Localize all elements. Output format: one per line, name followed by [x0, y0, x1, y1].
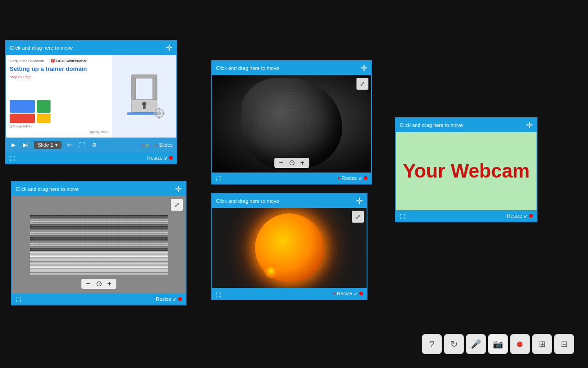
webcam-text: Your Webcam — [403, 160, 530, 183]
slides-resize-handle[interactable]: Resize ↙ — [147, 155, 173, 161]
elephant-resize-area[interactable]: ● Resize ↙ — [338, 175, 368, 181]
static-panel-content: ⤢ − ⊙ + — [12, 196, 186, 293]
sun-panel-header[interactable]: Click and drag here to move ✛ — [212, 194, 367, 208]
elephant-footer-icon: ⬚ — [216, 175, 221, 182]
static-panel-drag-label: Click and drag here to move — [16, 186, 79, 192]
mic-icon: 🎤 — [471, 339, 481, 349]
slide-pen-btn[interactable]: ✏ — [65, 141, 74, 149]
badge-trainer — [37, 100, 51, 113]
slide-subtitle: Step by Step — [10, 75, 108, 79]
slides-panel-drag-label: Click and drag here to move — [10, 45, 73, 51]
static-panel-footer: ⬚ Resize ↙ — [12, 293, 186, 305]
sun-resize-area[interactable]: ● Resize ↙ — [333, 291, 363, 297]
static-panel-move-icon: ✛ — [175, 184, 182, 194]
slide-svg-illustration — [117, 66, 172, 126]
static-resize-area[interactable]: Resize ↙ — [156, 296, 182, 302]
webcam-resize-area[interactable]: Resize ↙ — [507, 213, 533, 219]
sun-bg — [212, 208, 367, 288]
slides-panel-header[interactable]: Click and drag here to move ✛ — [6, 41, 176, 55]
slide-indicator[interactable]: Slide 1 ▾ — [34, 141, 62, 149]
elephant-resize-label: Resize ↙ — [341, 175, 362, 181]
slides-panel-footer: ⬚ Resize ↙ — [6, 152, 176, 163]
refresh-icon: ↻ — [450, 339, 458, 350]
static-panel[interactable]: Click and drag here to move ✛ ⤢ − ⊙ + ⬚ … — [11, 181, 187, 305]
slide-forward-btn[interactable]: ▶| — [21, 141, 30, 149]
sun-panel-content: ⤢ — [212, 208, 367, 288]
static-panel-header[interactable]: Click and drag here to move ✛ — [12, 182, 186, 196]
webcam-resize-label: Resize ↙ — [507, 213, 528, 219]
video-off-icon: 📷 — [493, 339, 503, 349]
svg-rect-0 — [131, 75, 157, 78]
slide-settings-btn[interactable]: ⚙ — [90, 141, 99, 149]
google-for-edu-label: Google for Education — [10, 59, 44, 63]
help-button[interactable]: ? — [422, 334, 442, 354]
sun-image-container: ⤢ — [212, 208, 367, 288]
badge-row-2 — [10, 114, 108, 123]
sun-panel-move-icon: ✛ — [356, 196, 363, 206]
static-zoom-out-btn[interactable]: − — [84, 280, 92, 288]
elephant-panel-move-icon: ✛ — [361, 63, 368, 73]
elephant-image-container: ⤢ − ⊙ + — [212, 75, 371, 172]
sun-panel[interactable]: Click and drag here to move ✛ ⤢ ⬚ ● Resi… — [211, 193, 368, 300]
slides-resize-label: Resize ↙ — [147, 155, 168, 161]
svg-point-8 — [157, 111, 161, 115]
elephant-zoom-out-btn[interactable]: − — [277, 159, 285, 167]
webcam-bg: Your Webcam — [396, 132, 537, 210]
sun-resize-label: Resize ↙ — [337, 291, 358, 297]
slide-fullscreen-btn[interactable]: ⛶ — [77, 141, 86, 149]
elephant-panel[interactable]: Click and drag here to move ✛ ⤢ − ⊙ + ⬚ … — [211, 60, 372, 184]
add-panel-icon: ⊞ — [539, 339, 546, 349]
elephant-panel-footer: ⬚ ● Resize ↙ — [212, 172, 371, 184]
elephant-zoom-in-btn[interactable]: + — [299, 159, 306, 167]
webcam-panel[interactable]: Click and drag here to move ✛ Your Webca… — [395, 117, 537, 222]
elephant-texture2 — [241, 78, 342, 170]
sun-panel-footer: ⬚ ● Resize ↙ — [212, 288, 367, 299]
badge-educator — [10, 114, 35, 123]
slide-app-logo: Google Slides — [137, 142, 173, 148]
elephant-nose-shape — [241, 78, 342, 170]
slide-dropdown-arrow: ▾ — [55, 142, 58, 148]
sun-footer-icon: ⬚ — [216, 290, 221, 297]
badge-row-1 — [10, 100, 108, 113]
slide-hashtag: #googleedu — [10, 130, 108, 134]
webcam-panel-drag-label: Click and drag here to move — [400, 122, 463, 128]
bottom-toolbar: ? ↻ 🎤 📷 ⏺ ⊞ ⊟ — [422, 334, 574, 354]
badge-google-associate — [10, 100, 35, 113]
slide-left-area: Google for Education 🇨🇭 GEG Switzerland … — [6, 55, 112, 138]
slides-panel-move-icon: ✛ — [166, 43, 173, 53]
slides-red-dot — [169, 156, 173, 160]
app-name-label: Slides — [159, 142, 173, 148]
slides-panel[interactable]: Click and drag here to move ✛ Google for… — [5, 40, 177, 164]
sun-expand-btn[interactable]: ⤢ — [352, 211, 364, 223]
add-panel-button[interactable]: ⊞ — [532, 334, 552, 354]
svg-rect-1 — [131, 78, 136, 99]
webcam-footer-icon: ⬚ — [400, 213, 405, 219]
sun-circle — [255, 213, 324, 282]
webcam-panel-move-icon: ✛ — [526, 120, 533, 130]
static-footer-icon: ⬚ — [16, 296, 21, 303]
static-red-dot — [178, 297, 182, 301]
refresh-button[interactable]: ↻ — [444, 334, 464, 354]
static-expand-btn[interactable]: ⤢ — [171, 199, 183, 211]
slide-toolbar: ▶ ▶| Slide 1 ▾ ✏ ⛶ ⚙ Google Slides — [6, 138, 176, 152]
svg-rect-5 — [143, 105, 146, 109]
slide-play-btn[interactable]: ▶ — [10, 141, 17, 149]
settings-button[interactable]: ⊟ — [554, 334, 574, 354]
webcam-panel-header[interactable]: Click and drag here to move ✛ — [396, 118, 537, 132]
sun-red-dot-left: ● — [333, 291, 335, 296]
webcam-panel-content: Your Webcam — [396, 132, 537, 210]
elephant-panel-header[interactable]: Click and drag here to move ✛ — [212, 61, 371, 75]
mic-button[interactable]: 🎤 — [466, 334, 486, 354]
static-zoom-fit-btn[interactable]: ⊙ — [94, 280, 104, 288]
slide-preview: Google for Education 🇨🇭 GEG Switzerland … — [6, 55, 176, 138]
elephant-zoom-controls: − ⊙ + — [274, 158, 309, 168]
elephant-zoom-fit-btn[interactable]: ⊙ — [287, 159, 297, 167]
settings-icon: ⊟ — [561, 339, 568, 349]
slide-social-handle: @GoogleInEdu — [10, 125, 108, 128]
slide-indicator-label: Slide 1 — [38, 142, 53, 148]
elephant-expand-btn[interactable]: ⤢ — [356, 78, 368, 90]
elephant-red-dot-left: ● — [338, 176, 340, 180]
static-zoom-in-btn[interactable]: + — [106, 280, 113, 288]
video-off-button[interactable]: 📷 — [488, 334, 508, 354]
record-button[interactable]: ⏺ — [510, 334, 530, 354]
